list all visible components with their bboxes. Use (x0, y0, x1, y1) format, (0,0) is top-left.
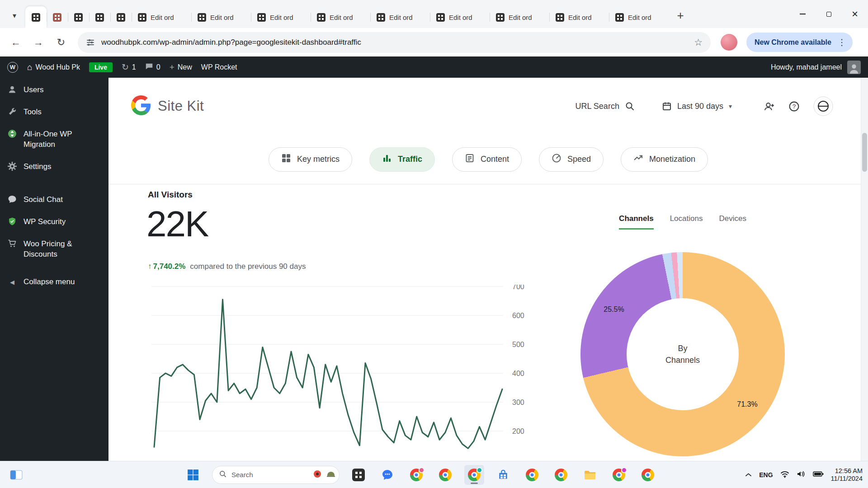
battery-icon[interactable] (813, 471, 824, 479)
browser-tab[interactable] (47, 6, 68, 28)
wordpress-logo-icon[interactable]: W (7, 62, 18, 73)
nav-pill-key-metrics[interactable]: Key metrics (269, 147, 352, 172)
minimize-button[interactable] (789, 0, 816, 28)
tab-search-button[interactable]: ▾ (5, 6, 24, 24)
speedometer-icon (552, 153, 561, 165)
browser-tab-edit-order[interactable]: Edit ord (370, 6, 430, 28)
sidebar-item-social-chat[interactable]: Social Chat (0, 188, 108, 211)
channels-donut-chart[interactable]: By Channels 25.5% 71.3% (580, 252, 785, 456)
browser-tab-edit-order[interactable]: Edit ord (549, 6, 609, 28)
admin-bar-comments[interactable]: 0 (145, 62, 160, 72)
sidebar-item-woo-pricing[interactable]: Woo Pricing & Discounts (0, 233, 108, 265)
tab-locations[interactable]: Locations (670, 214, 703, 230)
chrome-icon-active-window[interactable] (464, 465, 484, 485)
file-explorer-icon[interactable] (580, 465, 600, 485)
admin-user-avatar[interactable] (847, 61, 861, 74)
chrome-icon-profile-2[interactable] (435, 465, 455, 485)
chrome-icon (410, 469, 423, 481)
visitors-line-chart[interactable]: 700600500400300200 (151, 285, 542, 461)
admin-bar-updates[interactable]: ↻ 1 (122, 62, 136, 72)
browser-tab-edit-order[interactable]: Edit ord (430, 6, 490, 28)
svg-text:700: 700 (512, 285, 524, 291)
url-field[interactable]: woodhubpk.com/wp-admin/admin.php?page=go… (78, 32, 711, 53)
date-range-selector[interactable]: Last 90 days ▾ (662, 101, 732, 111)
workspace: Users Tools All-in-One WP Migration Sett… (0, 78, 868, 461)
chrome-icon-profile-4[interactable] (551, 465, 571, 485)
pinned-dark-app-icon[interactable] (349, 465, 368, 485)
widgets-icon[interactable] (6, 465, 26, 485)
page-scrollbar[interactable] (861, 78, 868, 461)
browser-tab-edit-order[interactable]: Edit ord (311, 6, 370, 28)
back-button[interactable]: ← (6, 33, 25, 52)
browser-menu-icon[interactable]: ⋮ (836, 37, 848, 47)
scrollbar-thumb[interactable] (862, 133, 867, 172)
site-info-icon[interactable] (86, 38, 95, 47)
chrome-update-pill[interactable]: New Chrome available ⋮ (746, 33, 853, 52)
browser-tab-edit-order[interactable]: Edit ord (609, 6, 669, 28)
help-icon[interactable]: ? (788, 101, 800, 112)
collapse-arrow-icon: ◀ (7, 277, 17, 287)
browser-tab[interactable] (68, 6, 89, 28)
clock-date: 11/11/2024 (831, 475, 863, 483)
browser-tab-edit-order[interactable]: Edit ord (490, 6, 549, 28)
taskbar-search[interactable]: Search (212, 466, 340, 484)
maximize-button[interactable] (816, 0, 842, 28)
admin-bar-new[interactable]: + New (170, 62, 192, 72)
chrome-icon-profile-3[interactable] (522, 465, 542, 485)
tab-channels[interactable]: Channels (619, 214, 654, 230)
url-search-button[interactable]: URL Search (576, 101, 635, 111)
nav-pill-content[interactable]: Content (452, 147, 522, 172)
sidebar-item-wp-security[interactable]: WP Security (0, 211, 108, 233)
windows-taskbar: Search ENG (0, 461, 868, 488)
tray-chevron-up-icon[interactable] (745, 471, 752, 479)
chrome-icon-profile-1[interactable] (406, 465, 426, 485)
volume-icon[interactable] (797, 470, 806, 479)
browser-tab-edit-order[interactable]: Edit ord (251, 6, 311, 28)
browser-tab[interactable] (89, 6, 110, 28)
forward-button[interactable]: → (29, 33, 48, 52)
close-button[interactable]: × (842, 0, 868, 28)
wifi-icon[interactable] (780, 469, 789, 480)
admin-bar-site-name[interactable]: ⌂ Wood Hub Pk (27, 62, 80, 72)
share-user-add-icon[interactable] (764, 101, 775, 112)
sidebar-item-collapse-menu[interactable]: ◀ Collapse menu (0, 271, 108, 293)
chat-bubble-icon (7, 195, 17, 204)
browser-tab[interactable] (110, 6, 132, 28)
updates-icon: ↻ (122, 62, 129, 72)
taskbar-clock[interactable]: 12:56 AM 11/11/2024 (831, 467, 863, 483)
chrome-icon (613, 469, 625, 481)
howdy-label[interactable]: Howdy, mahad jameel (771, 63, 842, 71)
bookmark-star-icon[interactable]: ☆ (694, 37, 703, 48)
bar-chart-icon (382, 153, 392, 165)
new-tab-button[interactable]: + (671, 6, 689, 24)
clock-time: 12:56 AM (831, 467, 863, 475)
sidebar-item-tools[interactable]: Tools (0, 101, 108, 123)
browser-profile-avatar[interactable] (721, 34, 737, 51)
account-avatar[interactable] (813, 96, 833, 116)
nav-pill-speed[interactable]: Speed (539, 147, 604, 172)
sidebar-item-wp-migration[interactable]: All-in-One WP Migration (0, 123, 108, 155)
browser-tab-edit-order[interactable]: Edit ord (191, 6, 251, 28)
nav-pill-traffic[interactable]: Traffic (369, 147, 435, 172)
chrome-icon-profile-5[interactable] (609, 465, 629, 485)
browser-tab-edit-order[interactable]: Edit ord (132, 6, 191, 28)
nav-pill-label: Traffic (398, 155, 422, 164)
language-indicator[interactable]: ENG (759, 471, 773, 479)
site-favicon (74, 13, 83, 22)
browser-tab-active[interactable] (25, 6, 47, 28)
site-favicon (436, 13, 445, 22)
nav-pill-label: Speed (567, 155, 591, 164)
microsoft-store-icon[interactable] (493, 465, 513, 485)
nav-pill-monetization[interactable]: Monetization (621, 147, 708, 172)
sidebar-item-users[interactable]: Users (0, 79, 108, 101)
reload-button[interactable]: ↻ (52, 33, 71, 52)
tab-devices[interactable]: Devices (719, 214, 746, 230)
sidebar-item-settings[interactable]: Settings (0, 155, 108, 178)
chrome-icon-profile-6[interactable] (638, 465, 658, 485)
forward-icon: → (33, 37, 43, 48)
start-button[interactable] (183, 465, 203, 485)
chevron-down-icon: ▾ (729, 103, 732, 110)
admin-bar-wp-rocket[interactable]: WP Rocket (201, 63, 237, 71)
dark-app-icon (352, 469, 365, 481)
teams-chat-icon[interactable] (377, 465, 397, 485)
